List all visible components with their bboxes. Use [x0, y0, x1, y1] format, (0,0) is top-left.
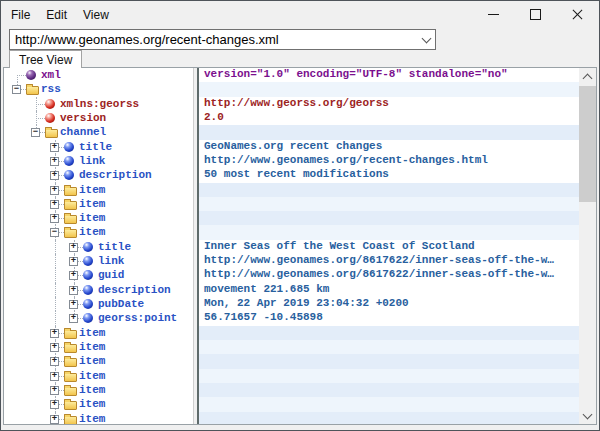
value-row	[199, 354, 579, 368]
expand-icon[interactable]: +	[69, 314, 78, 323]
menu-file[interactable]: File	[3, 4, 38, 26]
element-icon	[83, 299, 93, 309]
tree-row[interactable]: +item	[4, 412, 193, 425]
expand-icon[interactable]: +	[50, 357, 59, 366]
expand-icon[interactable]: +	[50, 400, 59, 409]
tree-row[interactable]: −rss	[4, 82, 193, 96]
node-label: title	[79, 141, 112, 154]
expand-icon[interactable]: +	[69, 257, 78, 266]
expand-icon[interactable]: +	[50, 186, 59, 195]
expand-icon[interactable]: +	[69, 300, 78, 309]
tree-row[interactable]: +description	[4, 283, 193, 297]
value-row	[199, 225, 579, 239]
value-row	[199, 125, 579, 139]
node-label: item	[79, 212, 105, 225]
address-input[interactable]	[10, 30, 435, 49]
tree-row[interactable]: xml	[4, 68, 193, 82]
menu-bar: File Edit View	[3, 2, 117, 27]
tree-row[interactable]: +item	[4, 397, 193, 411]
value-row	[199, 211, 579, 225]
expand-icon[interactable]: +	[50, 343, 59, 352]
expand-icon[interactable]: +	[50, 214, 59, 223]
xml-tree-pane: xml−rssxmlns:georssversion−channel+title…	[4, 68, 193, 424]
tree-row[interactable]: +item	[4, 211, 193, 225]
tree-row[interactable]: +georss:point	[4, 311, 193, 325]
tree-row[interactable]: +link	[4, 154, 193, 168]
folder-icon	[64, 201, 77, 210]
chevron-down-icon	[583, 409, 593, 419]
element-icon	[83, 242, 93, 252]
element-icon	[64, 142, 74, 152]
collapse-icon[interactable]: −	[50, 228, 59, 237]
value-row: movement 221.685 km	[199, 283, 579, 297]
value-row	[199, 412, 579, 425]
tree-row[interactable]: +item	[4, 369, 193, 383]
minimize-button[interactable]	[472, 2, 514, 27]
value-pane: version="1.0" encoding="UTF-8" standalon…	[199, 68, 579, 424]
scrollbar-thumb[interactable]	[579, 86, 596, 202]
tree-row[interactable]: +item	[4, 354, 193, 368]
folder-icon	[64, 373, 77, 382]
tree-row[interactable]: +item	[4, 340, 193, 354]
tree-row[interactable]: +item	[4, 183, 193, 197]
expand-icon[interactable]: +	[50, 200, 59, 209]
expand-icon[interactable]: +	[50, 143, 59, 152]
tree-row[interactable]: +item	[4, 383, 193, 397]
folder-icon	[64, 416, 77, 425]
tree-row[interactable]: −channel	[4, 125, 193, 139]
node-label: item	[79, 384, 105, 397]
expand-icon[interactable]: +	[69, 271, 78, 280]
menu-edit[interactable]: Edit	[38, 4, 75, 26]
collapse-icon[interactable]: −	[12, 85, 21, 94]
vertical-scrollbar[interactable]	[579, 68, 596, 424]
xml-declaration-icon	[26, 70, 36, 80]
tree-row[interactable]: +item	[4, 326, 193, 340]
expand-icon[interactable]: +	[69, 243, 78, 252]
tree-row[interactable]: +guid	[4, 268, 193, 282]
tab-label: Tree View	[19, 53, 72, 67]
expand-icon[interactable]: +	[50, 415, 59, 424]
value-row	[199, 183, 579, 197]
minimize-icon	[488, 14, 499, 15]
tree-row[interactable]: +item	[4, 197, 193, 211]
value-row: http://www.geonames.org/8617622/inner-se…	[199, 254, 579, 268]
tab-tree-view[interactable]: Tree View	[9, 50, 82, 68]
tree-row[interactable]: +title	[4, 240, 193, 254]
value-row: version="1.0" encoding="UTF-8" standalon…	[199, 68, 579, 82]
tree-row[interactable]: xmlns:georss	[4, 97, 193, 111]
value-row	[199, 197, 579, 211]
tree-row[interactable]: −item	[4, 225, 193, 239]
expand-icon[interactable]: +	[50, 157, 59, 166]
close-icon	[572, 9, 583, 20]
folder-icon	[64, 229, 77, 238]
address-dropdown-button[interactable]	[417, 30, 435, 49]
value-row	[199, 326, 579, 340]
expand-icon[interactable]: +	[50, 329, 59, 338]
window-controls	[472, 2, 598, 27]
expand-icon[interactable]: +	[50, 372, 59, 381]
folder-icon	[45, 129, 58, 138]
value-row: GeoNames.org recent changes	[199, 140, 579, 154]
folder-icon	[64, 387, 77, 396]
scroll-up-button[interactable]	[579, 68, 596, 85]
node-label: rss	[41, 83, 61, 96]
folder-icon	[64, 358, 77, 367]
maximize-button[interactable]	[514, 2, 556, 27]
expand-icon[interactable]: +	[69, 286, 78, 295]
scroll-down-button[interactable]	[579, 407, 596, 424]
tree-row[interactable]: +link	[4, 254, 193, 268]
chevron-up-icon	[583, 73, 593, 83]
value-row: 2.0	[199, 111, 579, 125]
tree-row[interactable]: +title	[4, 140, 193, 154]
address-combobox	[9, 29, 436, 50]
tree-row[interactable]: version	[4, 111, 193, 125]
expand-icon[interactable]: +	[50, 171, 59, 180]
menu-view[interactable]: View	[75, 4, 117, 26]
tree-row[interactable]: +description	[4, 168, 193, 182]
close-button[interactable]	[556, 2, 598, 27]
expand-icon[interactable]: +	[50, 386, 59, 395]
collapse-icon[interactable]: −	[31, 128, 40, 137]
node-label: item	[79, 398, 105, 411]
tree-row[interactable]: +pubDate	[4, 297, 193, 311]
content-area: xml−rssxmlns:georssversion−channel+title…	[3, 67, 597, 425]
